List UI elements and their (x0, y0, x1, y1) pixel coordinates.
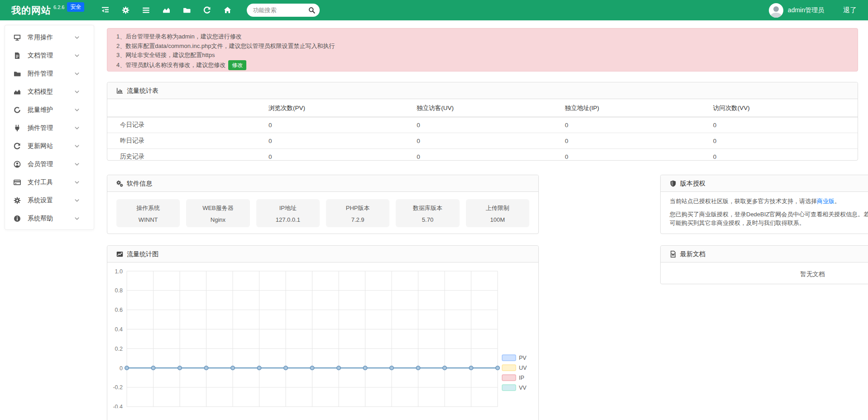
username-label[interactable]: admin管理员 (788, 6, 824, 14)
cell-value: 0 (710, 133, 858, 149)
modify-button[interactable]: 修改 (228, 60, 246, 71)
row-label: 昨日记录 (107, 133, 265, 149)
card-value: 5.70 (396, 216, 459, 223)
col-header-blank (107, 99, 265, 117)
license-text: 当前站点已授权社区版，获取更多官方技术支持，请选择 (670, 198, 817, 205)
svg-text:UV: UV (519, 365, 527, 371)
chevron-down-icon (74, 89, 80, 95)
software-card-ip: IP地址 127.0.0.1 (256, 199, 320, 227)
panel-title: 流量统计图 (127, 246, 158, 262)
card-label: WEB服务器 (186, 204, 249, 212)
sidebar-item-common-operations[interactable]: 常用操作 (5, 29, 94, 47)
svg-text:-0.2: -0.2 (113, 384, 123, 391)
folder-icon[interactable] (183, 6, 191, 14)
sidebar-item-label: 附件管理 (28, 70, 74, 78)
gear-icon (14, 197, 21, 204)
credit-card-icon (14, 179, 21, 186)
gear-icon[interactable] (122, 6, 129, 14)
svg-text:0.4: 0.4 (115, 326, 123, 333)
security-alert: 1、后台管理登录名称为admin，建议您进行修改 2、数据库配置data/com… (107, 28, 858, 72)
search-icon[interactable] (308, 7, 315, 14)
function-search[interactable] (247, 4, 320, 17)
sidebar-item-document-management[interactable]: 文档管理 (5, 47, 94, 65)
svg-text:0.2: 0.2 (115, 346, 123, 352)
software-card-webserver: WEB服务器 Nginx (186, 199, 249, 227)
chevron-down-icon (74, 125, 80, 131)
sidebar-item-label: 文档模型 (28, 88, 74, 96)
table-row: 历史记录 0 0 0 0 (107, 149, 858, 165)
card-label: IP地址 (256, 204, 320, 212)
alert-line: 1、后台管理登录名称为admin，建议您进行修改 (116, 32, 849, 42)
top-navbar: 我的网站 6.2.6 安全 admin管理员 退了 (0, 0, 868, 20)
chart-area-icon[interactable] (163, 6, 170, 14)
sidebar-item-label: 支付工具 (28, 178, 74, 186)
card-value: 7.2.9 (326, 216, 389, 223)
chevron-down-icon (74, 180, 80, 185)
commercial-version-link[interactable]: 商业版 (817, 198, 834, 205)
svg-text:PV: PV (519, 355, 527, 361)
cell-value: 0 (413, 149, 561, 165)
sidebar-item-batch-maintenance[interactable]: 批量维护 (5, 101, 94, 119)
sidebar-item-member-management[interactable]: 会员管理 (5, 155, 94, 173)
latest-docs-panel: 最新文档 暂无文档 (660, 245, 868, 284)
logout-button[interactable]: 退了 (843, 6, 857, 14)
outdent-icon[interactable] (101, 6, 109, 14)
cell-value: 0 (413, 117, 561, 133)
panel-header: 软件信息 (107, 175, 538, 192)
panel-title: 软件信息 (127, 175, 152, 191)
sidebar-item-label: 更新网站 (28, 142, 74, 150)
sidebar-item-plugin-management[interactable]: 插件管理 (5, 119, 94, 137)
svg-text:IP: IP (519, 375, 524, 381)
card-label: PHP版本 (326, 204, 389, 212)
card-label: 上传限制 (466, 204, 529, 212)
svg-text:0: 0 (120, 365, 123, 372)
cell-value: 0 (265, 133, 413, 149)
sidebar-item-payment-tools[interactable]: 支付工具 (5, 173, 94, 191)
traffic-line-chart: 1.00.80.60.40.20-0.2-0.4PVUVIPVV (107, 265, 538, 408)
search-input[interactable] (253, 7, 302, 14)
info-icon (14, 215, 21, 222)
row-label: 历史记录 (107, 149, 265, 165)
traffic-stats-panel: 流量统计表 浏览次数(PV) 独立访客(UV) 独立地址(IP) 访问次数(VV… (107, 82, 858, 161)
menu-icon[interactable] (142, 6, 150, 14)
card-value: 127.0.0.1 (256, 216, 320, 223)
refresh-icon[interactable] (203, 6, 211, 14)
chart-body: 1.00.80.60.40.20-0.2-0.4PVUVIPVV (107, 262, 538, 410)
sidebar-item-attachment-management[interactable]: 附件管理 (5, 65, 94, 83)
alert-line-text: 4、管理员默认名称没有修改，建议您修改 (116, 62, 225, 68)
chart-bar-icon (116, 87, 123, 94)
chevron-down-icon (74, 143, 80, 149)
software-card-database: 数据库版本 5.70 (396, 199, 459, 227)
sidebar-item-system-help[interactable]: 系统帮助 (5, 210, 94, 228)
panel-header: 版本授权 软件更新 (661, 175, 868, 192)
cell-value: 0 (710, 117, 858, 133)
avatar[interactable] (769, 3, 783, 18)
card-label: 操作系统 (116, 204, 180, 212)
sidebar-item-label: 系统设置 (28, 196, 74, 205)
sidebar-item-label: 批量维护 (28, 106, 74, 114)
sidebar-item-system-settings[interactable]: 系统设置 (5, 191, 94, 210)
license-text: 。 (834, 198, 840, 205)
license-panel: 版本授权 软件更新 当前站点已授权社区版，获取更多官方技术支持，请选择商业版。 … (660, 175, 868, 234)
panel-title: 最新文档 (680, 246, 705, 262)
home-icon[interactable] (224, 6, 231, 14)
security-badge[interactable]: 安全 (67, 2, 84, 12)
svg-text:0.6: 0.6 (115, 307, 123, 313)
sidebar-item-update-site[interactable]: 更新网站 (5, 137, 94, 155)
panel-title: 流量统计表 (127, 82, 158, 99)
sidebar-item-label: 插件管理 (28, 124, 74, 132)
refresh-icon (14, 143, 21, 150)
row-label: 今日记录 (107, 117, 265, 133)
chevron-down-icon (74, 162, 80, 167)
chart-area-icon (14, 88, 21, 95)
sidebar-item-label: 系统帮助 (28, 215, 74, 223)
site-brand[interactable]: 我的网站 (11, 4, 51, 17)
desktop-icon (14, 34, 21, 41)
col-header-pv: 浏览次数(PV) (265, 99, 413, 117)
col-header-uv: 独立访客(UV) (413, 99, 561, 117)
cell-value: 0 (265, 149, 413, 165)
panel-header: 流量统计表 (107, 82, 858, 99)
sidebar-item-document-model[interactable]: 文档模型 (5, 83, 94, 101)
chevron-down-icon (74, 53, 80, 58)
cell-value: 0 (561, 117, 709, 133)
